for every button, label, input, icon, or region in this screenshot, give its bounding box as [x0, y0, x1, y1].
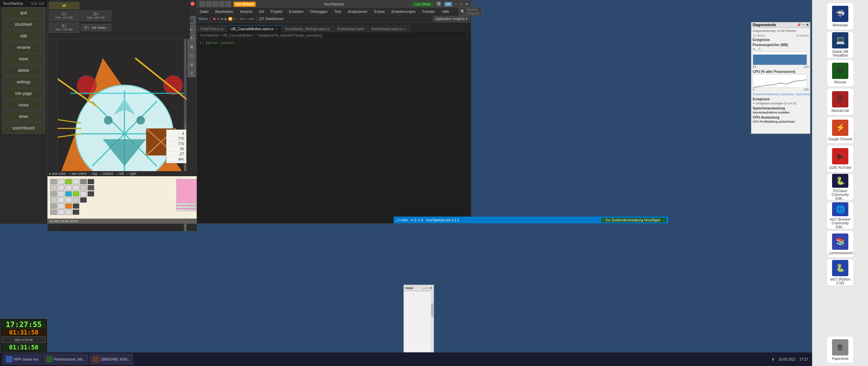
- float-expand[interactable]: □: [427, 286, 428, 290]
- taskbar-wireshark[interactable]: 🦈 Wireshark: [827, 3, 854, 30]
- sidebar-btn-delete[interactable]: delete: [2, 65, 45, 76]
- menu-extras[interactable]: Extras: [373, 9, 386, 14]
- tab-close-2[interactable]: ✕: [404, 27, 407, 31]
- swatch-25[interactable]: [58, 203, 64, 209]
- sidebar-btn-notes[interactable]: notes: [2, 100, 45, 110]
- drive-d[interactable]: D:\ free: 282 GB: [81, 11, 111, 21]
- menu-fenster[interactable]: Fenster: [421, 9, 436, 14]
- take-break-btn[interactable]: take a break: [2, 337, 46, 343]
- menu-ansicht[interactable]: Ansicht: [239, 9, 254, 14]
- sidebar-btn-info-page[interactable]: info page: [2, 88, 45, 99]
- swatch-12[interactable]: [87, 185, 94, 190]
- play-btn[interactable]: ▶: [225, 17, 228, 21]
- sidebar-btn-timer[interactable]: timer: [2, 111, 45, 122]
- menu-datei[interactable]: Datei: [198, 9, 210, 14]
- swatch-10[interactable]: [73, 185, 79, 190]
- pause-btn[interactable]: ⏸: [217, 17, 220, 21]
- swatch-7[interactable]: [50, 185, 57, 190]
- diag-tab-ereignisse[interactable]: Ereignisse: [780, 93, 794, 96]
- sidebar-btn-add[interactable]: add: [2, 30, 45, 41]
- ide-settings-icon[interactable]: ⚙: [436, 1, 441, 7]
- swatch-18[interactable]: [87, 191, 94, 197]
- nav-btn-4[interactable]: ⏭: [251, 17, 254, 21]
- float-minimize[interactable]: ─: [423, 286, 425, 290]
- status-sourcecode[interactable]: ↑ Zur Quellcodeverwaltung hinzufügen →: [601, 218, 666, 222]
- menu-git[interactable]: Git: [258, 9, 265, 14]
- menu-bearbeiten[interactable]: Bearbeiten: [214, 9, 235, 14]
- taskbar-navicat[interactable]: 🗄 Navicat Lite: [827, 88, 854, 115]
- diag-tab-speicherauslastung[interactable]: Speicherauslastung: [796, 93, 810, 96]
- diag-tab-zusammenfassung[interactable]: Zusammenfassung: [753, 93, 779, 96]
- nav-btn-2[interactable]: ↩: [244, 17, 247, 21]
- tab-scetchboard-cs[interactable]: Scetchboard.xaml.cs ✕: [368, 25, 411, 32]
- menu-analysieren[interactable]: Analysieren: [347, 9, 369, 14]
- drive-e[interactable]: E:\ free: 743 GB: [49, 22, 79, 33]
- taskbar-eric7-python[interactable]: 🐍 eric7 (Python 3.10): [827, 259, 854, 286]
- stop-btn[interactable]: ⏹: [213, 17, 216, 21]
- app-insights-btn[interactable]: Application Insights ▾: [433, 16, 470, 22]
- vp-tool-camera[interactable]: ◻: [188, 52, 196, 60]
- sidebar-btn-reset[interactable]: reset: [2, 54, 45, 64]
- diag-close-icon[interactable]: ✕: [806, 23, 809, 27]
- ide-icon-2[interactable]: [206, 1, 212, 7]
- swatch-11[interactable]: [80, 185, 87, 190]
- sidebar-btn-settings[interactable]: settings: [2, 77, 45, 87]
- swatch-3[interactable]: [65, 179, 72, 184]
- taskbar-papierkorb[interactable]: 🗑 Papierkorb: [827, 336, 854, 363]
- swatch-27[interactable]: [73, 203, 79, 209]
- vp-tool-light[interactable]: ◎: [188, 60, 196, 68]
- swatch-19[interactable]: [50, 197, 57, 203]
- radio-top[interactable]: ○ top: [90, 172, 97, 176]
- swatch-1[interactable]: [50, 179, 57, 184]
- ide-icon-5[interactable]: [225, 1, 231, 7]
- swatch-30[interactable]: [65, 209, 72, 215]
- ue-close-btn[interactable]: [191, 2, 195, 6]
- swatch-13[interactable]: [50, 191, 57, 197]
- ide-icon-4[interactable]: [219, 1, 224, 7]
- menu-erweiterungen[interactable]: Erweiterungen: [390, 9, 417, 14]
- swatch-6[interactable]: [87, 179, 94, 184]
- tab-close-1[interactable]: ✕: [275, 27, 278, 31]
- play3-btn[interactable]: ⟳: [233, 17, 236, 21]
- swatch-28[interactable]: [50, 209, 57, 215]
- radio-one-color[interactable]: ● one color: [49, 172, 66, 176]
- swatch-21[interactable]: [65, 197, 72, 203]
- swatch-8[interactable]: [58, 185, 64, 190]
- diag-pin-icon[interactable]: 📌: [797, 23, 801, 27]
- swatch-2[interactable]: [58, 179, 64, 184]
- sidebar-btn-shutdown[interactable]: shutdown: [2, 19, 45, 30]
- drive-all[interactable]: all: [49, 2, 79, 9]
- swatch-17[interactable]: [80, 191, 87, 197]
- win-close-ide[interactable]: ✕: [465, 2, 468, 6]
- swatch-15[interactable]: [65, 191, 72, 197]
- sidebar-btn-quit[interactable]: quit: [2, 7, 45, 18]
- radio-bottom[interactable]: ○ bottom: [100, 172, 114, 176]
- diag-minimize[interactable]: ─: [802, 23, 805, 27]
- nav-btn-1[interactable]: ⏮: [240, 17, 243, 21]
- expand-btn[interactable]: +: [466, 34, 468, 37]
- swatch-5[interactable]: [80, 179, 87, 184]
- float-scroll-thumb[interactable]: [431, 303, 434, 317]
- vp-tool-5[interactable]: ▽: [188, 69, 196, 77]
- ide-icon-3[interactable]: [213, 1, 218, 7]
- ide-icon-1[interactable]: [200, 1, 205, 7]
- drive-g[interactable]: G:\ - not ready -: [81, 24, 111, 31]
- taskbar-eric7-browser[interactable]: 🌐 eric7 Browser Community Edit...: [827, 202, 854, 229]
- swatch-20[interactable]: [58, 197, 64, 203]
- live-share-btn[interactable]: Live Share: [412, 2, 433, 7]
- menu-hilfe[interactable]: Hilfe: [440, 9, 451, 14]
- win-minimize-ide[interactable]: ─: [455, 2, 458, 6]
- play2-btn[interactable]: ⏩: [228, 17, 232, 21]
- tab-scetchboard-xaml[interactable]: Scetchboard.xaml: [334, 25, 368, 32]
- taskbar-186553[interactable]: 186553488_4039...: [90, 354, 133, 365]
- ide-back-btn[interactable]: Weiter: [198, 17, 208, 21]
- menu-debuggen[interactable]: Debuggen: [309, 9, 329, 14]
- sidebar-btn-rename[interactable]: rename: [2, 42, 45, 53]
- nav-btn-3[interactable]: ↪: [248, 17, 250, 21]
- swatch-22[interactable]: [73, 197, 79, 203]
- vp-tool-scale[interactable]: ⊞: [188, 43, 196, 51]
- win-maximize-ide[interactable]: □: [460, 2, 462, 6]
- taskbar-chrome[interactable]: ⚡ Google Chrome: [827, 117, 854, 144]
- ide-search-box[interactable]: 🔍 Suchen (Strg+Q): [459, 7, 481, 16]
- swatch-23[interactable]: [80, 197, 87, 203]
